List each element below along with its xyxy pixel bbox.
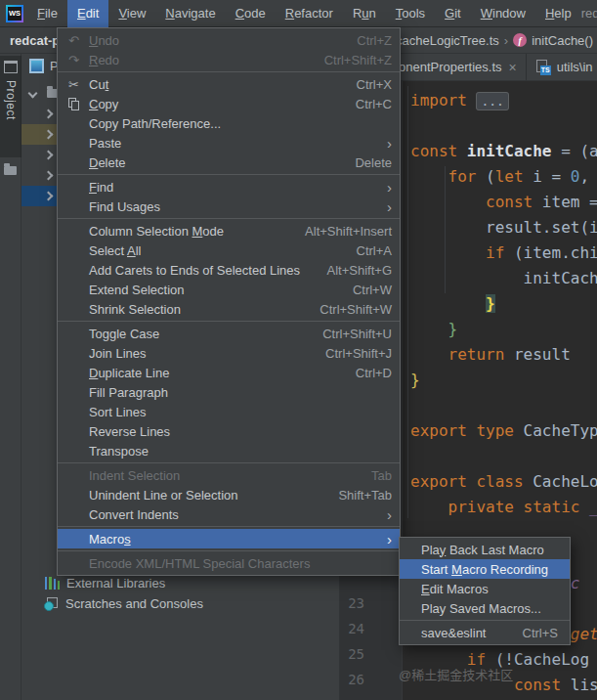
menu-item-label: Paste [89, 136, 121, 151]
chevron-right-icon[interactable] [44, 130, 54, 140]
menu-item-column-selection-mode[interactable]: Column Selection ModeAlt+Shift+Insert [58, 221, 400, 241]
menu-item-label: Shrink Selection [89, 302, 181, 317]
code-line: } [410, 317, 597, 342]
chevron-right-icon[interactable] [44, 192, 54, 201]
code-line: } [410, 291, 597, 317]
tree-item-label: Scratches and Consoles [65, 596, 203, 611]
menu-item-label: Edit Macros [421, 582, 489, 596]
menu-item-label: Copy [89, 97, 118, 111]
menu-item-save-eslint[interactable]: save&eslintCtrl+S [400, 623, 570, 642]
menu-item-shortcut: Ctrl+D [338, 366, 392, 380]
submenu-arrow-icon: › [387, 532, 392, 547]
menubar-item-help[interactable]: Help [535, 0, 581, 27]
breadcrumb-file[interactable]: cacheLogicTree.ts [396, 33, 499, 48]
menu-item-label: Column Selection Mode [89, 224, 224, 239]
menu-item-shortcut: Shift+Tab [320, 488, 392, 503]
menu-item-sort-lines[interactable]: Sort Lines [58, 402, 400, 421]
menu-item-indent-selection: Indent SelectionTab [58, 465, 400, 485]
menu-item-shortcut: Ctrl+Shift+Z [307, 53, 392, 67]
menubar-item-refactor[interactable]: Refactor [276, 0, 343, 27]
menu-item-extend-selection[interactable]: Extend SelectionCtrl+W [58, 280, 400, 299]
menu-item-label: Select All [89, 243, 141, 258]
tool-window-stripe: Project [0, 54, 21, 700]
line-number: 25 [348, 641, 364, 667]
typescript-file-icon: TS [535, 60, 551, 75]
menu-item-label: Join Lines [89, 346, 147, 361]
menu-item-label: Cut [89, 77, 108, 92]
menu-item-label: Play Back Last Macro [421, 543, 544, 557]
breadcrumb-separator-icon: › [499, 33, 513, 48]
chevron-right-icon[interactable] [44, 109, 54, 119]
undo-icon: ↶ [65, 33, 82, 48]
menu-item-shortcut: Alt+Shift+G [310, 263, 392, 278]
menu-item-toggle-case[interactable]: Toggle CaseCtrl+Shift+U [58, 324, 400, 343]
menubar-item-code[interactable]: Code [226, 0, 276, 27]
menubar-item-file[interactable]: File [27, 0, 67, 27]
menu-item-duplicate-line[interactable]: Duplicate LineCtrl+D [58, 363, 400, 382]
menu-item-paste[interactable]: Paste› [58, 133, 400, 153]
menu-item-cut[interactable]: ✂CutCtrl+X [58, 74, 400, 94]
menu-item-find-usages[interactable]: Find Usages› [58, 197, 400, 216]
menubar-item-tools[interactable]: Tools [386, 0, 435, 27]
folder-icon[interactable] [4, 166, 17, 175]
tree-item-external-libraries[interactable]: External Libraries [21, 573, 340, 592]
menu-item-macros[interactable]: Macros› [58, 529, 400, 548]
line-number: 23 [348, 591, 364, 616]
menu-separator [58, 71, 400, 72]
menu-item-find[interactable]: Find› [58, 177, 400, 197]
breadcrumb-member[interactable]: initCache() [532, 33, 593, 48]
menu-item-label: Find Usages [89, 199, 160, 214]
menu-separator [58, 526, 400, 527]
menu-item-play-back-last-macro[interactable]: Play Back Last Macro [400, 540, 570, 559]
chevron-right-icon[interactable] [44, 171, 54, 181]
menu-item-unindent-line-or-selection[interactable]: Unindent Line or SelectionShift+Tab [58, 485, 400, 504]
menu-item-delete[interactable]: DeleteDelete [58, 153, 400, 172]
cut-icon: ✂ [65, 77, 82, 92]
tab-label: utils\in [557, 60, 593, 74]
menu-item-select-all[interactable]: Select AllCtrl+A [58, 241, 400, 260]
libraries-icon [45, 577, 60, 590]
tree-item-scratches-and-consoles[interactable]: Scratches and Consoles [21, 593, 340, 613]
editor-tab[interactable]: TS utils\in [527, 54, 597, 80]
code-line: export type CacheType [410, 418, 597, 444]
close-tab-icon[interactable]: × [509, 61, 517, 74]
breadcrumb-project[interactable]: redcat-p [0, 33, 60, 48]
menu-item-shortcut: Ctrl+C [338, 97, 392, 111]
line-number: 24 [348, 616, 364, 641]
submenu-arrow-icon: › [387, 136, 392, 151]
menu-item-label: Convert Indents [89, 507, 179, 522]
menu-item-join-lines[interactable]: Join LinesCtrl+Shift+J [58, 343, 400, 363]
menu-item-add-carets-to-ends-of-selected-lines[interactable]: Add Carets to Ends of Selected LinesAlt+… [58, 260, 400, 280]
menu-item-shrink-selection[interactable]: Shrink SelectionCtrl+Shift+W [58, 299, 400, 319]
menubar-item-navigate[interactable]: Navigate [155, 0, 225, 27]
menu-item-fill-paragraph[interactable]: Fill Paragraph [58, 382, 400, 402]
menu-item-shortcut: Ctrl+Shift+J [308, 346, 392, 361]
menu-bar: WS FileEditViewNavigateCodeRefactorRunTo… [0, 0, 597, 27]
menu-item-start-macro-recording[interactable]: Start Macro Recording [400, 559, 570, 579]
menubar-item-window[interactable]: Window [471, 0, 535, 27]
chevron-right-icon[interactable] [44, 151, 54, 160]
menu-item-copy-path-reference[interactable]: Copy Path/Reference... [58, 113, 400, 133]
menu-item-label: Macros [89, 532, 131, 547]
webstorm-logo-icon[interactable]: WS [6, 5, 23, 22]
menu-item-reverse-lines[interactable]: Reverse Lines [58, 421, 400, 441]
watermark-text: @稀土掘金技术社区 [399, 665, 513, 683]
menu-item-play-saved-macros[interactable]: Play Saved Macros... [400, 598, 570, 618]
code-line: if (item.chil [410, 241, 597, 266]
code-line: } [410, 368, 597, 393]
menubar-item-view[interactable]: View [108, 0, 155, 27]
chevron-down-icon[interactable] [28, 89, 38, 99]
function-icon: f [513, 33, 527, 47]
macros-submenu-popup: Play Back Last MacroStart Macro Recordin… [399, 537, 571, 645]
menu-item-label: Unindent Line or Selection [89, 488, 238, 503]
menu-item-convert-indents[interactable]: Convert Indents› [58, 504, 400, 524]
menu-item-encode-xml-html-special-characters: Encode XML/HTML Special Characters [58, 553, 400, 573]
menu-item-shortcut: Ctrl+A [339, 243, 392, 258]
project-stripe-tab[interactable]: Project [0, 56, 21, 157]
menubar-item-run[interactable]: Run [343, 0, 386, 27]
menu-item-edit-macros[interactable]: Edit Macros [400, 579, 570, 598]
menubar-item-edit[interactable]: Edit [67, 0, 108, 27]
menubar-item-git[interactable]: Git [435, 0, 471, 27]
menu-item-transpose[interactable]: Transpose [58, 441, 400, 460]
menu-item-copy[interactable]: CopyCtrl+C [58, 94, 400, 113]
